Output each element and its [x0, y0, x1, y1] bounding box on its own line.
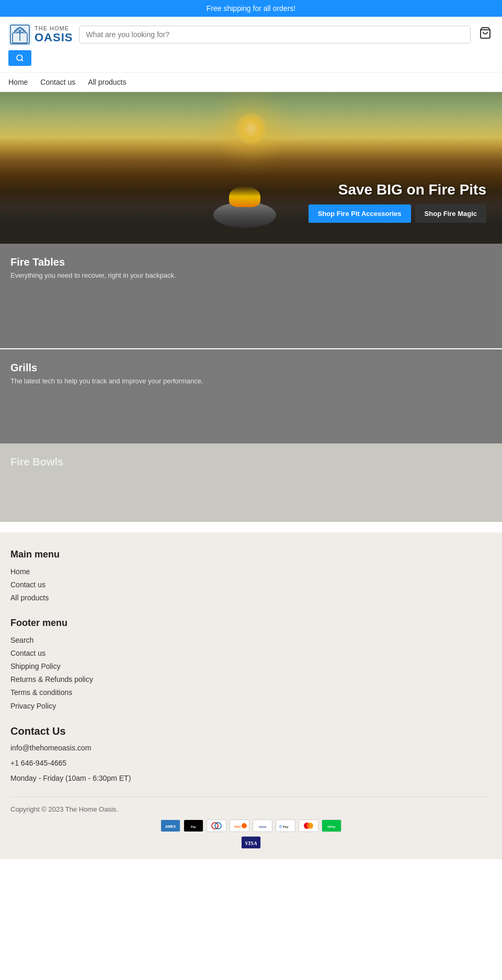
category-fire-bowls-title: Fire Bowls [10, 456, 492, 468]
footer-footer-menu: Footer menu Search Contact us Shipping P… [10, 618, 492, 713]
search-bar [79, 26, 471, 43]
payment-icon-mastercard [299, 819, 318, 832]
svg-point-20 [242, 823, 247, 828]
visa-row: VISA [10, 836, 492, 849]
search-icon [16, 54, 24, 62]
nav-item-home[interactable]: Home [8, 78, 28, 86]
footer-bottom: Copyright © 2023 The Home Oasis. AMEX Pa… [10, 796, 492, 849]
shop-fire-pit-accessories-button[interactable]: Shop Fire Pit Accessories [309, 204, 411, 223]
logo[interactable]: THE HOME OASIS [8, 23, 73, 46]
footer-contact-us-link[interactable]: Contact us [10, 647, 492, 660]
payment-icon-meta: meta [253, 819, 272, 832]
footer-shipping-policy-link[interactable]: Shipping Policy [10, 660, 492, 673]
footer-contact-phone: +1 646-945-4665 [10, 758, 492, 769]
payment-icon-diners [207, 819, 226, 832]
footer-privacy-link[interactable]: Privacy Policy [10, 700, 492, 713]
footer-main-menu: Main menu Home Contact us All products [10, 549, 492, 605]
category-grills: Grills The latest tech to help you track… [0, 349, 502, 443]
category-grills-title: Grills [10, 362, 492, 374]
shop-fire-magic-button[interactable]: Shop Fire Magic [415, 204, 486, 223]
payment-icon-opay: OPay [322, 819, 341, 832]
footer-returns-link[interactable]: Returns & Refunds policy [10, 673, 492, 686]
header-top: THE HOME OASIS [8, 23, 494, 46]
header: THE HOME OASIS [0, 17, 502, 73]
hero-title: Save BIG on Fire Pits [309, 181, 486, 198]
footer-contact-link[interactable]: Contact us [10, 578, 492, 591]
search-input[interactable] [79, 26, 470, 43]
payment-icon-google-pay: G Pay [276, 819, 295, 832]
svg-text:G: G [279, 825, 282, 828]
search-button-row [8, 50, 494, 66]
svg-line-10 [21, 60, 23, 61]
payment-icon-amex: AMEX [161, 819, 180, 832]
payment-icon-apple-pay: Pay [184, 819, 203, 832]
footer: Main menu Home Contact us All products F… [0, 532, 502, 859]
logo-icon [8, 23, 31, 46]
categories-section: Fire Tables Everything you need to recov… [0, 244, 502, 522]
svg-text:Pay: Pay [283, 825, 289, 828]
svg-text:meta: meta [259, 825, 267, 828]
logo-bottom-text: OASIS [35, 31, 73, 44]
hero-buttons: Shop Fire Pit Accessories Shop Fire Magi… [309, 204, 486, 223]
footer-contact-email: info@thehomeoasis.com [10, 743, 492, 754]
nav-item-contact[interactable]: Contact us [40, 78, 75, 86]
svg-point-9 [17, 55, 22, 61]
svg-text:Pay: Pay [191, 825, 197, 828]
category-grills-subtitle: The latest tech to help you track and im… [10, 377, 492, 385]
logo-text: THE HOME OASIS [35, 25, 73, 44]
announcement-text: Free shipping for all orders! [207, 4, 295, 13]
svg-rect-15 [209, 821, 224, 830]
cart-button[interactable] [477, 25, 494, 44]
hero-content: Save BIG on Fire Pits Shop Fire Pit Acce… [309, 181, 486, 223]
footer-contact-hours: Monday - Friday (10am - 6:30pm ET) [10, 773, 492, 784]
footer-search-link[interactable]: Search [10, 634, 492, 647]
footer-main-menu-title: Main menu [10, 549, 492, 560]
search-submit-button[interactable] [8, 50, 31, 66]
footer-footer-menu-title: Footer menu [10, 618, 492, 629]
svg-text:OPay: OPay [327, 825, 336, 828]
nav-item-all-products[interactable]: All products [88, 78, 126, 86]
category-fire-tables-title: Fire Tables [10, 256, 492, 268]
payment-icons: AMEX Pay [10, 819, 492, 832]
category-fire-tables-subtitle: Everything you need to recover, right in… [10, 271, 492, 279]
announcement-bar: Free shipping for all orders! [0, 0, 502, 17]
category-fire-bowls: Fire Bowls [0, 443, 502, 522]
footer-contact-title: Contact Us [10, 725, 492, 737]
svg-text:AMEX: AMEX [165, 825, 176, 828]
category-fire-tables: Fire Tables Everything you need to recov… [0, 244, 502, 348]
svg-text:VISA: VISA [245, 840, 257, 846]
footer-contact-us: Contact Us info@thehomeoasis.com +1 646-… [10, 725, 492, 784]
footer-home-link[interactable]: Home [10, 565, 492, 578]
payment-icon-visa: VISA [241, 836, 261, 849]
svg-text:DISC: DISC [234, 825, 241, 828]
footer-all-products-link[interactable]: All products [10, 591, 492, 605]
copyright-text: Copyright © 2023 The Home Oasis. [10, 805, 492, 813]
payment-icon-discover: DISC [230, 819, 249, 832]
footer-terms-link[interactable]: Terms & conditions [10, 686, 492, 699]
hero-section: Save BIG on Fire Pits Shop Fire Pit Acce… [0, 92, 502, 244]
main-nav: Home Contact us All products [0, 73, 502, 92]
cart-icon [479, 27, 492, 39]
